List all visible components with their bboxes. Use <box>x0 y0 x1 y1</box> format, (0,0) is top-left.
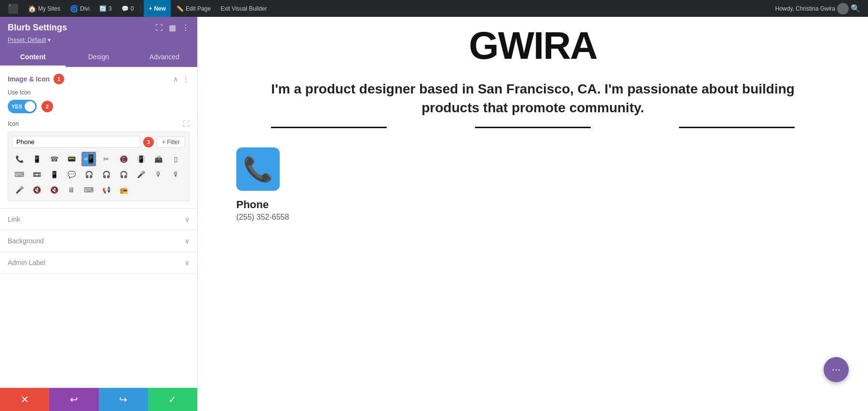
admin-bar: ⬛ 🏠 My Sites 🌀 Divi 🔄 3 💬 0 + New ✏️ Edi… <box>0 0 868 17</box>
canvas-card-sub: (255) 352-6558 <box>236 213 829 222</box>
icon-cell-sms[interactable]: 💬 <box>64 167 79 182</box>
icon-cell-pager[interactable]: 📟 <box>64 152 79 166</box>
tab-design[interactable]: Design <box>66 48 131 67</box>
search-badge: 3 <box>143 137 154 147</box>
comments-bubble[interactable]: 💬 0 <box>118 0 138 17</box>
icon-cell-phone[interactable]: 📞 <box>12 152 27 166</box>
main-layout: Blurb Settings ⛶ ▦ ⋮ Preset: Default ▾ C… <box>0 17 868 411</box>
cancel-button[interactable]: ✕ <box>0 388 49 411</box>
icon-cell-mic4[interactable]: 🎤 <box>12 183 27 197</box>
icon-cell-mobile[interactable]: 📱 <box>29 152 44 166</box>
tab-advanced[interactable]: Advanced <box>132 48 197 67</box>
icon-cell-monitor[interactable]: 🖥 <box>64 183 79 197</box>
section-header: Image & Icon 1 ∧ ⋮ <box>8 74 190 84</box>
background-section[interactable]: Background ∨ <box>0 230 197 252</box>
link-section[interactable]: Link ∨ <box>0 209 197 230</box>
icon-picker-header: Icon ⛶ <box>8 120 190 128</box>
section-controls: ∧ ⋮ <box>173 75 190 84</box>
icon-cell-scissors[interactable]: ✂ <box>99 152 113 166</box>
panel-title-icons: ⛶ ▦ ⋮ <box>155 23 190 32</box>
icon-cell-voicemail[interactable]: 📼 <box>29 167 44 182</box>
icon-cell-mic[interactable]: 🎤 <box>134 167 149 182</box>
panel-header: Blurb Settings ⛶ ▦ ⋮ Preset: Default ▾ <box>0 17 197 48</box>
icon-cell-headset[interactable]: 🎧 <box>81 167 96 182</box>
icon-cell-phone-square[interactable]: 📲 <box>81 152 96 166</box>
bottom-action-bar: ✕ ↩ ↪ ✓ <box>0 388 197 411</box>
undo-button[interactable]: ↩ <box>49 388 98 411</box>
icon-cell-vibrate[interactable]: 📳 <box>134 152 149 166</box>
icon-cell-mic2[interactable]: 🎙 <box>151 167 166 182</box>
admin-label-chevron-icon: ∨ <box>185 259 190 266</box>
toggle-knob <box>25 101 35 112</box>
icon-cell-mute2[interactable]: 🔇 <box>47 183 61 197</box>
divider-center <box>475 127 591 128</box>
fab-icon: ··· <box>832 363 841 376</box>
howdy-label[interactable]: Howdy, Christina Gwira 🔍 <box>772 0 864 17</box>
new-button[interactable]: + New <box>144 0 171 17</box>
filter-button[interactable]: + Filter <box>157 136 185 148</box>
icon-cell-headset3[interactable]: 🎧 <box>117 167 131 182</box>
icon-cell-speaker[interactable]: 📢 <box>99 183 113 197</box>
edit-page-button[interactable]: ✏️ Edit Page <box>173 0 215 17</box>
canvas-bio: I'm a product designer based in San Fran… <box>198 70 868 127</box>
icon-picker-label: Icon <box>8 120 19 127</box>
icon-cell-mic3[interactable]: 🎙 <box>169 167 183 182</box>
image-icon-section: Image & Icon 1 ∧ ⋮ Use Icon YES 2 <box>0 67 197 209</box>
section-options-icon[interactable]: ⋮ <box>182 75 190 84</box>
toggle-badge: 2 <box>41 101 53 112</box>
icon-cell-mobile2[interactable]: 📱 <box>47 167 61 182</box>
wp-logo[interactable]: ⬛ <box>4 0 22 17</box>
icon-search-input[interactable] <box>12 136 140 148</box>
canvas-title: GWIRA <box>227 27 839 65</box>
admin-bar-right: Howdy, Christina Gwira 🔍 <box>772 0 864 17</box>
panel-tabs: Content Design Advanced <box>0 48 197 67</box>
search-icon[interactable]: 🔍 <box>851 4 860 13</box>
canvas-hero: GWIRA <box>198 17 868 70</box>
phone-icon: 📞 <box>243 155 273 183</box>
admin-label-title: Admin Label <box>8 259 45 266</box>
divi-menu[interactable]: 🌀 Divi <box>66 0 94 17</box>
icon-grid: 📞 📱 ☎ 📟 📲 ✂ 📵 📳 📠 ▯ ⌨ 📼 <box>12 152 185 197</box>
section-collapse-icon[interactable]: ∧ <box>173 75 178 83</box>
panel-body: Image & Icon 1 ∧ ⋮ Use Icon YES 2 <box>0 67 197 388</box>
admin-label-section[interactable]: Admin Label ∨ <box>0 252 197 274</box>
icon-cell-keyboard[interactable]: ⌨ <box>12 167 27 182</box>
icon-cell-no-mobile[interactable]: 📵 <box>117 152 131 166</box>
redo-button[interactable]: ↪ <box>99 388 148 411</box>
comments-icon[interactable]: 🔄 3 <box>95 0 116 17</box>
divider-left <box>271 127 387 128</box>
canvas-card: 📞 Phone (255) 352-6558 <box>198 138 868 241</box>
section-title-row: Image & Icon 1 <box>8 74 64 84</box>
icon-cell-headset2[interactable]: 🎧 <box>99 167 113 182</box>
more-icon[interactable]: ⋮ <box>182 23 190 32</box>
link-section-title: Link <box>8 215 20 223</box>
icon-search-row: 3 + Filter <box>12 136 185 148</box>
settings-panel: Blurb Settings ⛶ ▦ ⋮ Preset: Default ▾ C… <box>0 17 198 411</box>
save-button[interactable]: ✓ <box>148 388 197 411</box>
icon-cell-radio[interactable]: 📻 <box>117 183 131 197</box>
use-icon-label: Use Icon <box>8 89 190 96</box>
icon-cell-kbd[interactable]: ⌨ <box>81 183 96 197</box>
phone-icon-box: 📞 <box>236 147 280 191</box>
tab-content[interactable]: Content <box>0 48 66 67</box>
use-icon-toggle[interactable]: YES <box>8 100 37 113</box>
fullscreen-icon[interactable]: ⛶ <box>155 24 163 32</box>
preset-selector[interactable]: Preset: Default ▾ <box>8 37 190 48</box>
icon-cell-mute[interactable]: 🔇 <box>29 183 44 197</box>
link-chevron-icon: ∨ <box>185 215 190 223</box>
icon-picker-expand-icon[interactable]: ⛶ <box>183 120 190 128</box>
canvas-card-title: Phone <box>236 199 829 211</box>
section-badge-1: 1 <box>54 74 64 84</box>
icon-cell-tablet[interactable]: ▯ <box>169 152 183 166</box>
canvas-area: GWIRA I'm a product designer based in Sa… <box>198 17 868 411</box>
exit-builder-button[interactable]: Exit Visual Builder <box>217 0 271 17</box>
columns-icon[interactable]: ▦ <box>169 23 176 32</box>
icon-cell-oldphone[interactable]: ☎ <box>47 152 61 166</box>
icon-cell-fax[interactable]: 📠 <box>151 152 166 166</box>
bar-separator <box>140 4 141 13</box>
user-avatar <box>837 3 849 14</box>
icon-picker-section: Icon ⛶ 3 + Filter <box>8 120 190 201</box>
my-sites-menu[interactable]: 🏠 My Sites <box>24 0 64 17</box>
toggle-row: YES 2 <box>8 100 190 113</box>
fab-button[interactable]: ··· <box>824 357 849 382</box>
